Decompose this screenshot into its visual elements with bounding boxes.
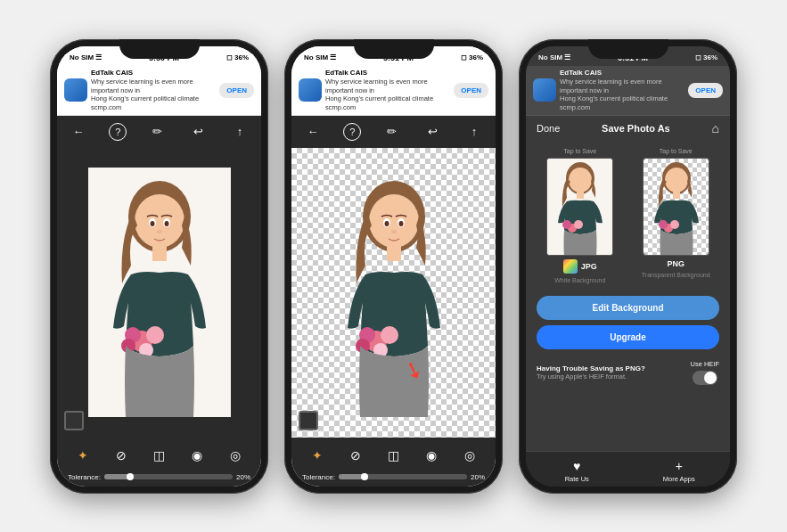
- battery-1: ◻ 36%: [226, 53, 249, 61]
- ad-icon-3: [533, 78, 556, 102]
- edit-btn-2[interactable]: ✏: [381, 121, 403, 143]
- toolbar-2: ← ? ✏ ↩ ↑: [291, 116, 496, 148]
- rate-us-item[interactable]: ♥ Rate Us: [526, 459, 628, 483]
- notch-1: [119, 39, 200, 59]
- svg-rect-40: [673, 191, 680, 199]
- svg-point-36: [574, 220, 583, 229]
- ad-open-btn-1[interactable]: OPEN: [219, 83, 254, 98]
- ad-open-btn-3[interactable]: OPEN: [688, 83, 723, 98]
- phone-1: No SIM ☰ 5:50 PM ◻ 36% EdTalk CAIS Why s…: [50, 39, 268, 494]
- wand-icon-2[interactable]: ✦: [305, 443, 330, 468]
- done-btn[interactable]: Done: [537, 123, 560, 134]
- save-option-png[interactable]: Tap to Save: [633, 148, 720, 283]
- ad-text-1: EdTalk CAIS Why service learning is even…: [91, 69, 219, 112]
- jpg-format-row: JPG: [563, 259, 597, 274]
- main-content-1: [57, 148, 261, 438]
- svg-point-5: [146, 326, 164, 344]
- heif-row: Having Trouble Saving as PNG? Try using …: [526, 355, 730, 390]
- tolerance-label-2: Tolerance:: [302, 473, 335, 481]
- svg-point-42: [670, 220, 679, 229]
- tolerance-bar-2: Tolerance: 20%: [299, 471, 488, 483]
- battery-2: ◻ 36%: [461, 53, 483, 61]
- tolerance-bar-1: Tolerance: 20%: [64, 471, 254, 483]
- tolerance-value-2: 20%: [471, 473, 485, 481]
- carrier-2: No SIM ☰: [304, 53, 336, 61]
- tap-to-save-png: Tap to Save: [660, 148, 693, 154]
- bottom-nav: ♥ Rate Us + More Apps: [526, 451, 730, 487]
- spacer: [526, 390, 730, 451]
- svg-point-30: [391, 230, 397, 233]
- heart-icon: ♥: [573, 459, 580, 473]
- eraser-icon-1[interactable]: ◫: [146, 443, 171, 468]
- screen-1: No SIM ☰ 5:50 PM ◻ 36% EdTalk CAIS Why s…: [57, 46, 261, 487]
- edit-btn-1[interactable]: ✏: [147, 121, 168, 143]
- ad-icon-1: [64, 78, 87, 102]
- color-swatch-1[interactable]: [64, 411, 84, 430]
- share-btn-1[interactable]: ↑: [229, 121, 250, 143]
- main-content-2: ➘: [291, 148, 496, 438]
- ad-open-btn-2[interactable]: OPEN: [454, 83, 488, 98]
- photo-container-1: [88, 168, 231, 417]
- undo-btn-1[interactable]: ↩: [188, 121, 209, 143]
- girl-photo-1: [88, 168, 231, 417]
- png-sublabel: Transparent Background: [642, 272, 710, 278]
- color-icon-jpg: [563, 259, 578, 274]
- jpg-thumb: [546, 158, 613, 256]
- edit-background-btn[interactable]: Edit Background: [537, 296, 719, 320]
- more-apps-item[interactable]: + More Apps: [628, 459, 731, 483]
- toggle-knob: [704, 372, 717, 384]
- tool-icons-2: ✦ ⊘ ◫ ◉ ◎: [299, 443, 488, 468]
- tolerance-label-1: Tolerance:: [68, 473, 101, 481]
- notch-3: [588, 39, 668, 59]
- home-icon[interactable]: ⌂: [712, 121, 719, 135]
- tolerance-track-2[interactable]: [339, 474, 467, 479]
- wand-icon-1[interactable]: ✦: [70, 443, 95, 468]
- ad-text-3: EdTalk CAIS Why service learning is even…: [560, 69, 688, 112]
- png-format: PNG: [667, 259, 685, 268]
- save-option-jpg[interactable]: Tap to Save: [537, 148, 624, 283]
- svg-point-29: [398, 221, 403, 226]
- brush-icon-1[interactable]: ⊘: [109, 443, 134, 468]
- photo-container-2: [323, 168, 465, 417]
- phone-2: No SIM ☰ 5:51 PM ◻ 36% EdTalk CAIS Why s…: [284, 39, 503, 494]
- heif-toggle[interactable]: [693, 371, 717, 385]
- action-buttons: Edit Background Upgrade: [526, 291, 730, 355]
- tolerance-track-1[interactable]: [104, 474, 233, 479]
- undo-btn-2[interactable]: ↩: [422, 121, 444, 143]
- tool-icons-1: ✦ ⊘ ◫ ◉ ◎: [64, 443, 254, 468]
- back-btn-2[interactable]: ←: [302, 121, 324, 143]
- ad-text-2: EdTalk CAIS Why service learning is even…: [325, 69, 454, 112]
- brush-icon-2[interactable]: ⊘: [343, 443, 368, 468]
- color-swatch-2[interactable]: [299, 411, 318, 430]
- help-btn-1[interactable]: ?: [109, 123, 127, 141]
- battery-3: ◻ 36%: [695, 53, 717, 61]
- eye-icon-1[interactable]: ◎: [223, 443, 248, 468]
- png-format-row: PNG: [667, 259, 685, 268]
- help-btn-2[interactable]: ?: [343, 123, 361, 141]
- bottom-tools-2: ✦ ⊘ ◫ ◉ ◎ Tolerance: 20%: [291, 438, 496, 487]
- ad-banner-2: EdTalk CAIS Why service learning is even…: [291, 66, 496, 116]
- plus-icon: +: [676, 459, 683, 473]
- tap-to-save-jpg: Tap to Save: [563, 148, 596, 154]
- back-btn-1[interactable]: ←: [68, 121, 89, 143]
- svg-point-2: [135, 194, 184, 248]
- share-btn-2[interactable]: ↑: [463, 121, 485, 143]
- use-heif-label: Use HEIF: [690, 360, 719, 368]
- upgrade-btn[interactable]: Upgrade: [537, 325, 719, 349]
- svg-point-13: [150, 221, 154, 226]
- eye-icon-2[interactable]: ◎: [457, 443, 482, 468]
- png-thumb: [643, 158, 709, 256]
- screen-2: No SIM ☰ 5:51 PM ◻ 36% EdTalk CAIS Why s…: [291, 46, 496, 487]
- mask-icon-2[interactable]: ◉: [419, 443, 444, 468]
- svg-rect-18: [387, 243, 401, 261]
- toolbar-1: ← ? ✏ ↩ ↑: [57, 116, 261, 148]
- save-title: Save Photo As: [602, 123, 670, 134]
- jpg-sublabel: White Background: [554, 277, 605, 283]
- svg-rect-34: [577, 191, 584, 199]
- eraser-icon-2[interactable]: ◫: [381, 443, 406, 468]
- svg-point-39: [665, 168, 688, 192]
- tolerance-thumb-2: [361, 473, 368, 480]
- mask-icon-1[interactable]: ◉: [184, 443, 209, 468]
- carrier-1: No SIM ☰: [70, 53, 102, 61]
- more-apps-label: More Apps: [663, 475, 695, 483]
